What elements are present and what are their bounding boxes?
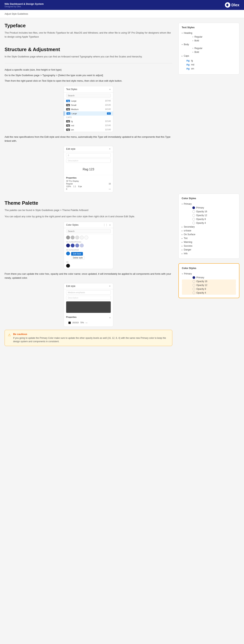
tree-heading[interactable]: ▾ Heading xyxy=(182,31,236,35)
opacity-12-h-label: Opacity 12 xyxy=(196,284,207,286)
caps-ag-md: Ag md xyxy=(182,62,236,66)
app-header: Nile Dashboard & Design System Designed … xyxy=(0,0,244,10)
edit-desc-field[interactable]: Description xyxy=(66,158,111,163)
edit-color-desc-placeholder: Description xyxy=(68,297,78,299)
opacity-12-label: Opacity 12 xyxy=(196,214,207,217)
mock-item-large: Ag Large 167/40 xyxy=(64,99,113,103)
tree-primary-1[interactable]: ▾ Primary xyxy=(182,202,236,206)
swatch-gray1 xyxy=(66,236,70,240)
tree-primary-2-color[interactable]: Primary xyxy=(182,276,236,280)
ag-text-md: Ag xyxy=(186,63,190,66)
zoom-label: 120% xyxy=(66,186,71,188)
tree-primary-2[interactable]: ▾ Primary xyxy=(182,272,236,276)
app-title: Nile Dashboard & Design System xyxy=(4,2,44,5)
edit-name-field[interactable]: 8 xyxy=(66,153,111,158)
edit-desc-placeholder: Description xyxy=(68,160,78,162)
tree-ui-base[interactable]: ▸ ui-base xyxy=(182,229,236,232)
fill-swatches xyxy=(64,264,113,269)
tree-opacity-12-h[interactable]: Opacity 12 xyxy=(182,283,236,287)
tree-info[interactable]: ▸ Info xyxy=(182,252,236,256)
tree-opacity-4[interactable]: Opacity 4 xyxy=(182,221,236,225)
more-options-icon[interactable]: ••• xyxy=(109,188,111,190)
spacing-label: 1.1 xyxy=(73,186,76,188)
swatch-dark-selected xyxy=(66,252,70,256)
caps-lg-label: lg xyxy=(191,59,193,62)
edit-style-close-icon[interactable]: ✕ xyxy=(109,148,111,150)
mock-search-input[interactable] xyxy=(66,94,111,98)
mock-item-medium: Ag Medium 14/140 xyxy=(64,107,113,112)
warning-box: ⚠ Be cautious If you going to update the… xyxy=(4,330,172,346)
tree-body-regular[interactable]: Regular xyxy=(182,46,236,50)
caps-ag-items: Ag lg Ag md Ag sm xyxy=(182,58,236,71)
item-sub-md: 12/140 xyxy=(105,124,111,126)
add-style-button[interactable]: + xyxy=(109,88,111,91)
edit-style-menu-item[interactable]: Edit Style xyxy=(71,252,83,256)
mock-caps-label: Caps xyxy=(64,116,113,119)
delete-style-menu-item[interactable]: Delete style xyxy=(71,256,84,260)
opacity-8-ring xyxy=(192,218,195,220)
ag-badge-large: Ag xyxy=(66,100,70,102)
add-property-button[interactable]: + xyxy=(109,316,111,319)
tree-primary-2-label: Primary xyxy=(184,272,192,275)
minus-icon[interactable]: — xyxy=(85,322,87,324)
item-label-large: Large xyxy=(71,100,76,102)
color-search-input[interactable] xyxy=(66,229,111,233)
opacity-4-label: Opacity 4 xyxy=(196,222,206,224)
tree-heading-regular[interactable]: Regular xyxy=(182,35,236,39)
tree-tint[interactable]: ▸ Tint xyxy=(182,236,236,240)
item-sub-lg: 12/140 xyxy=(105,120,111,122)
mock-search-area[interactable] xyxy=(64,92,113,99)
gray-swatches xyxy=(64,234,113,240)
edit-style-title: Edit style xyxy=(66,148,75,150)
dot-body-bold xyxy=(192,52,193,53)
edit-color-name-field[interactable]: Medium-emphasis xyxy=(66,290,111,294)
primary-2-color-dot xyxy=(193,276,195,279)
chevron-on-surface-icon: ▸ xyxy=(182,234,183,236)
tree-heading-label: Heading xyxy=(184,32,192,34)
ag-text-lg: Ag xyxy=(186,59,190,62)
item-sub-sm: 11/140 xyxy=(105,128,111,131)
tree-success[interactable]: ▸ Success xyxy=(182,244,236,248)
tree-caps[interactable]: ▸ Caps xyxy=(182,54,236,58)
grid-icon[interactable]: ⋮⋮ xyxy=(103,224,108,226)
mock-item-large-selected[interactable]: Ag Large 11 xyxy=(64,112,113,116)
opacity-8-h-ring xyxy=(193,288,195,290)
edit-style-color-header: Edit style ✕ xyxy=(64,283,113,289)
danger-label: Danger xyxy=(184,248,191,251)
color-properties-title: Properties xyxy=(66,316,76,318)
tree-heading-bold[interactable]: Bold xyxy=(182,39,236,42)
caps-ag-sm: Ag sm xyxy=(182,66,236,70)
tree-opacity-16[interactable]: Opacity 16 xyxy=(182,210,236,214)
text-styles-screenshot: Text Styles + Ag Large 167/40 Ag S xyxy=(64,86,113,132)
color-styles-panel-2-title: Color Styles xyxy=(182,267,236,270)
edit-color-desc-field[interactable]: Description xyxy=(66,296,111,300)
tree-warning[interactable]: ▸ Warning xyxy=(182,240,236,244)
opacity-16-h-label: Opacity 16 xyxy=(196,280,207,283)
context-menus: Edit Style Delete style xyxy=(71,252,84,260)
tree-body[interactable]: ▾ Body xyxy=(182,42,236,46)
on-surface-label: On Surface xyxy=(184,233,195,236)
content-area: Typeface The Product includes two files,… xyxy=(4,23,172,354)
opacity-8-h-label: Opacity 8 xyxy=(196,288,206,290)
breadcrumb-text: Adjust Style Guidelines xyxy=(4,12,28,15)
swatch-gray3 xyxy=(75,236,79,240)
color-search-area[interactable] xyxy=(64,228,113,234)
tree-danger[interactable]: ▸ Danger xyxy=(182,248,236,252)
tree-body-bold[interactable]: Bold xyxy=(182,50,236,54)
tree-opacity-12[interactable]: Opacity 12 xyxy=(182,214,236,217)
step2-text: Go to the Style Guidelines page > Typogr… xyxy=(4,74,172,78)
tree-opacity-4-h[interactable]: Opacity 4 xyxy=(182,291,236,295)
color-small-swatch xyxy=(68,322,71,324)
tree-opacity-8[interactable]: Opacity 8 xyxy=(182,217,236,221)
tree-opacity-16-h[interactable]: Opacity 16 xyxy=(182,280,236,283)
typeface-desc: The Product includes two files, one for … xyxy=(4,31,172,39)
mock-text-styles-title: Text Styles xyxy=(66,88,77,90)
color-hex-row: 191919 70% — xyxy=(66,320,111,325)
add-color-button[interactable]: + xyxy=(109,224,111,226)
tree-primary-color[interactable]: Primary xyxy=(182,206,236,210)
tree-secondary[interactable]: ▸ Secondary xyxy=(182,225,236,229)
edit-color-close-icon[interactable]: ✕ xyxy=(109,285,111,288)
edit-preview-text: Rag 123 xyxy=(64,164,113,175)
tree-on-surface[interactable]: ▸ On Surface xyxy=(182,232,236,236)
tree-opacity-8-h[interactable]: Opacity 8 xyxy=(182,287,236,291)
